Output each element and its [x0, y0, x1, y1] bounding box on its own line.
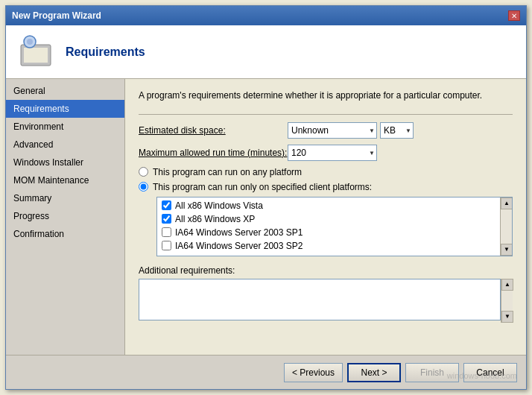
previous-button[interactable]: < Previous [284, 363, 343, 382]
additional-textarea-container: ▲ ▼ [139, 279, 513, 323]
disk-unit-select-wrapper: KB MB [380, 122, 414, 139]
platform-checkbox-xp[interactable] [162, 214, 171, 224]
sidebar-item-windows-installer[interactable]: Windows Installer [6, 154, 124, 171]
additional-requirements-input[interactable] [139, 279, 501, 320]
platform-checkbox-ia64-sp2[interactable] [162, 241, 171, 250]
dialog-title: New Program Wizard [12, 10, 101, 21]
content-description: A program's requirements determine wheth… [139, 89, 513, 102]
wizard-step-title: Requirements [66, 45, 145, 59]
sidebar-item-mom-maintenance[interactable]: MOM Maintenance [6, 171, 124, 189]
sidebar: General Requirements Environment Advance… [6, 79, 125, 355]
sidebar-item-advanced[interactable]: Advanced [6, 136, 124, 154]
list-item: IA64 Windows Server 2003 SP2 [157, 239, 500, 253]
max-runtime-row: Maximum allowed run time (minutes): 120 [139, 145, 513, 161]
platform-list: All x86 Windows Vista All x86 Windows XP… [157, 197, 500, 254]
list-item: IA64 Windows Server 2003 SP1 [157, 226, 500, 239]
platform-checkbox-ia64-sp1[interactable] [162, 227, 171, 237]
textarea-scroll-down[interactable]: ▼ [501, 311, 513, 323]
platform-label-vista: All x86 Windows Vista [175, 200, 263, 211]
scroll-down-button[interactable]: ▼ [501, 244, 513, 256]
disk-space-label: Estimated disk space: [139, 125, 288, 136]
wizard-icon [18, 34, 54, 70]
cancel-button[interactable]: Cancel [463, 363, 517, 382]
content-area: A program's requirements determine wheth… [125, 79, 526, 355]
max-runtime-select[interactable]: 120 [288, 145, 377, 161]
separator-1 [139, 114, 513, 115]
disk-space-select[interactable]: Unknown [288, 122, 377, 139]
sidebar-item-requirements[interactable]: Requirements [6, 100, 124, 118]
disk-space-row: Estimated disk space: Unknown KB MB [139, 122, 513, 139]
disk-space-select-wrapper: Unknown [288, 122, 377, 139]
platform-label-ia64-sp1: IA64 Windows Server 2003 SP1 [175, 227, 303, 238]
close-button[interactable]: ✕ [508, 10, 520, 21]
max-runtime-label: Maximum allowed run time (minutes): [139, 148, 288, 158]
disk-unit-select[interactable]: KB MB [380, 122, 414, 139]
textarea-scroll-up[interactable]: ▲ [501, 279, 513, 291]
wizard-header: Requirements [6, 25, 526, 79]
radio-any-platform-label: This program can run on any platform [153, 167, 302, 177]
max-runtime-select-wrapper: 120 [288, 145, 377, 161]
main-content: General Requirements Environment Advance… [6, 79, 526, 355]
dialog: New Program Wizard ✕ Requirements Genera… [5, 5, 527, 390]
finish-button[interactable]: Finish [405, 363, 459, 382]
sidebar-item-summary[interactable]: Summary [6, 189, 124, 207]
platform-checkbox-vista[interactable] [162, 200, 171, 210]
scroll-track [501, 209, 512, 244]
svg-rect-1 [24, 48, 48, 63]
disk-space-controls: Unknown KB MB [288, 122, 414, 139]
platform-list-container: All x86 Windows Vista All x86 Windows XP… [156, 197, 513, 256]
scroll-up-button[interactable]: ▲ [501, 197, 513, 209]
sidebar-item-environment[interactable]: Environment [6, 118, 124, 136]
platform-label-xp: All x86 Windows XP [175, 214, 255, 224]
platform-scrollbar: ▲ ▼ [500, 197, 512, 256]
svg-point-3 [27, 39, 33, 45]
list-item: All x86 Windows Vista [157, 199, 500, 212]
footer: < Previous Next > Finish Cancel [6, 355, 526, 389]
sidebar-item-general[interactable]: General [6, 82, 124, 100]
platform-label-ia64-sp2: IA64 Windows Server 2003 SP2 [175, 241, 303, 251]
additional-textarea-scrollbar: ▲ ▼ [501, 279, 513, 323]
radio-specified-platform-row: This program can run only on specified c… [139, 182, 513, 192]
next-button[interactable]: Next > [347, 363, 401, 382]
sidebar-item-progress[interactable]: Progress [6, 207, 124, 225]
sidebar-item-confirmation[interactable]: Confirmation [6, 225, 124, 243]
textarea-scroll-track [501, 291, 513, 311]
radio-any-platform-row: This program can run on any platform [139, 167, 513, 177]
radio-any-platform[interactable] [139, 167, 148, 177]
list-item: All x86 Windows XP [157, 212, 500, 226]
radio-specified-platform-label: This program can run only on specified c… [153, 182, 372, 192]
title-bar: New Program Wizard ✕ [6, 6, 526, 25]
radio-specified-platform[interactable] [139, 182, 148, 192]
additional-label: Additional requirements: [139, 265, 513, 276]
